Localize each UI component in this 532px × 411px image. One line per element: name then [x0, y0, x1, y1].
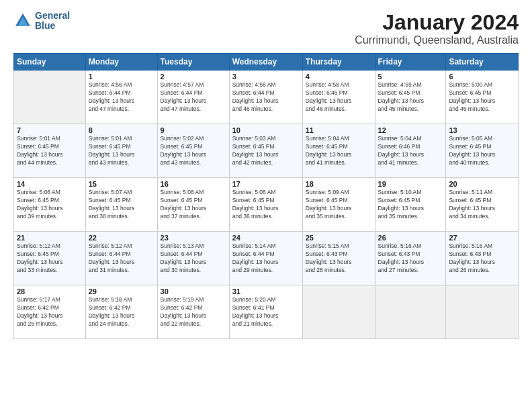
- day-number: 20: [449, 180, 515, 188]
- day-info: Sunrise: 5:14 AMSunset: 6:44 PMDaylight:…: [232, 242, 300, 275]
- weekday-header-wednesday: Wednesday: [229, 54, 302, 71]
- day-info: Sunrise: 5:04 AMSunset: 6:46 PMDaylight:…: [378, 135, 443, 167]
- calendar-table: SundayMondayTuesdayWednesdayThursdayFrid…: [13, 53, 519, 339]
- calendar-cell: 26Sunrise: 5:16 AMSunset: 6:43 PMDayligh…: [375, 232, 446, 285]
- day-number: 19: [378, 180, 443, 188]
- day-number: 31: [232, 287, 300, 295]
- day-number: 23: [161, 234, 226, 242]
- day-info: Sunrise: 5:16 AMSunset: 6:43 PMDaylight:…: [378, 242, 443, 275]
- calendar-cell: 6Sunrise: 5:00 AMSunset: 6:45 PMDaylight…: [446, 71, 519, 124]
- week-row-4: 21Sunrise: 5:12 AMSunset: 6:45 PMDayligh…: [14, 232, 519, 285]
- day-info: Sunrise: 5:16 AMSunset: 6:43 PMDaylight:…: [449, 242, 515, 275]
- day-info: Sunrise: 5:20 AMSunset: 6:41 PMDaylight:…: [232, 296, 300, 328]
- header: General Blue January 2024 Currimundi, Qu…: [13, 11, 519, 46]
- day-number: 10: [232, 126, 300, 134]
- day-number: 8: [89, 126, 154, 134]
- day-number: 6: [449, 73, 515, 81]
- day-info: Sunrise: 5:18 AMSunset: 6:42 PMDaylight:…: [89, 296, 154, 328]
- day-number: 15: [89, 180, 154, 188]
- weekday-header-thursday: Thursday: [302, 54, 375, 71]
- calendar-cell: 30Sunrise: 5:19 AMSunset: 6:42 PMDayligh…: [157, 285, 229, 339]
- day-info: Sunrise: 5:00 AMSunset: 6:45 PMDaylight:…: [449, 81, 515, 113]
- calendar-cell: 25Sunrise: 5:15 AMSunset: 6:43 PMDayligh…: [302, 232, 375, 285]
- day-number: 1: [89, 73, 154, 81]
- calendar-cell: 7Sunrise: 5:01 AMSunset: 6:45 PMDaylight…: [14, 124, 86, 178]
- calendar-cell: 2Sunrise: 4:57 AMSunset: 6:44 PMDaylight…: [157, 71, 229, 124]
- calendar-cell: 19Sunrise: 5:10 AMSunset: 6:45 PMDayligh…: [375, 178, 446, 232]
- day-number: 9: [161, 126, 226, 134]
- day-info: Sunrise: 5:12 AMSunset: 6:45 PMDaylight:…: [17, 242, 83, 275]
- day-info: Sunrise: 5:08 AMSunset: 6:45 PMDaylight:…: [161, 189, 226, 221]
- day-number: 5: [378, 73, 443, 81]
- calendar-cell: 9Sunrise: 5:02 AMSunset: 6:45 PMDaylight…: [157, 124, 229, 178]
- day-info: Sunrise: 4:57 AMSunset: 6:44 PMDaylight:…: [161, 81, 226, 113]
- logo-text: General Blue: [35, 11, 70, 32]
- week-row-2: 7Sunrise: 5:01 AMSunset: 6:45 PMDaylight…: [14, 124, 519, 178]
- day-info: Sunrise: 5:06 AMSunset: 6:45 PMDaylight:…: [17, 189, 83, 221]
- weekday-header-saturday: Saturday: [446, 54, 519, 71]
- day-info: Sunrise: 5:10 AMSunset: 6:45 PMDaylight:…: [378, 189, 443, 221]
- day-number: 27: [449, 234, 515, 242]
- calendar-cell: 27Sunrise: 5:16 AMSunset: 6:43 PMDayligh…: [446, 232, 519, 285]
- day-info: Sunrise: 4:56 AMSunset: 6:44 PMDaylight:…: [89, 81, 154, 113]
- week-row-3: 14Sunrise: 5:06 AMSunset: 6:45 PMDayligh…: [14, 178, 519, 232]
- day-number: 25: [306, 234, 372, 242]
- day-info: Sunrise: 5:11 AMSunset: 6:45 PMDaylight:…: [449, 189, 515, 221]
- calendar-cell: 3Sunrise: 4:58 AMSunset: 6:44 PMDaylight…: [229, 71, 302, 124]
- day-number: 14: [17, 180, 83, 188]
- day-info: Sunrise: 5:09 AMSunset: 6:45 PMDaylight:…: [306, 189, 372, 221]
- calendar-cell: 15Sunrise: 5:07 AMSunset: 6:45 PMDayligh…: [85, 178, 157, 232]
- calendar-cell: 14Sunrise: 5:06 AMSunset: 6:45 PMDayligh…: [14, 178, 86, 232]
- calendar-cell: 13Sunrise: 5:05 AMSunset: 6:45 PMDayligh…: [446, 124, 519, 178]
- day-info: Sunrise: 5:07 AMSunset: 6:45 PMDaylight:…: [89, 189, 154, 221]
- day-info: Sunrise: 5:03 AMSunset: 6:45 PMDaylight:…: [232, 135, 300, 167]
- calendar-cell: 10Sunrise: 5:03 AMSunset: 6:45 PMDayligh…: [229, 124, 302, 178]
- calendar-cell: 16Sunrise: 5:08 AMSunset: 6:45 PMDayligh…: [157, 178, 229, 232]
- calendar-cell: [446, 285, 519, 339]
- day-number: 4: [306, 73, 372, 81]
- day-number: 24: [232, 234, 300, 242]
- logo: General Blue: [13, 11, 70, 32]
- page-container: General Blue January 2024 Currimundi, Qu…: [0, 0, 532, 346]
- calendar-cell: 20Sunrise: 5:11 AMSunset: 6:45 PMDayligh…: [446, 178, 519, 232]
- day-number: 13: [449, 126, 515, 134]
- day-info: Sunrise: 5:17 AMSunset: 6:42 PMDaylight:…: [17, 296, 83, 328]
- sub-title: Currimundi, Queensland, Australia: [355, 34, 519, 46]
- day-number: 16: [161, 180, 226, 188]
- weekday-header-row: SundayMondayTuesdayWednesdayThursdayFrid…: [14, 54, 519, 71]
- day-number: 3: [232, 73, 300, 81]
- calendar-cell: 5Sunrise: 4:59 AMSunset: 6:45 PMDaylight…: [375, 71, 446, 124]
- day-info: Sunrise: 5:19 AMSunset: 6:42 PMDaylight:…: [161, 296, 226, 328]
- day-number: 30: [161, 287, 226, 295]
- calendar-cell: 1Sunrise: 4:56 AMSunset: 6:44 PMDaylight…: [85, 71, 157, 124]
- day-info: Sunrise: 5:01 AMSunset: 6:45 PMDaylight:…: [89, 135, 154, 167]
- title-block: January 2024 Currimundi, Queensland, Aus…: [355, 11, 519, 46]
- weekday-header-monday: Monday: [85, 54, 157, 71]
- day-number: 22: [89, 234, 154, 242]
- day-info: Sunrise: 4:58 AMSunset: 6:45 PMDaylight:…: [306, 81, 372, 113]
- day-info: Sunrise: 5:04 AMSunset: 6:45 PMDaylight:…: [306, 135, 372, 167]
- calendar-cell: 28Sunrise: 5:17 AMSunset: 6:42 PMDayligh…: [14, 285, 86, 339]
- calendar-cell: 4Sunrise: 4:58 AMSunset: 6:45 PMDaylight…: [302, 71, 375, 124]
- calendar-cell: 12Sunrise: 5:04 AMSunset: 6:46 PMDayligh…: [375, 124, 446, 178]
- day-info: Sunrise: 5:13 AMSunset: 6:44 PMDaylight:…: [161, 242, 226, 275]
- day-info: Sunrise: 4:58 AMSunset: 6:44 PMDaylight:…: [232, 81, 300, 113]
- week-row-1: 1Sunrise: 4:56 AMSunset: 6:44 PMDaylight…: [14, 71, 519, 124]
- day-info: Sunrise: 4:59 AMSunset: 6:45 PMDaylight:…: [378, 81, 443, 113]
- main-title: January 2024: [355, 11, 519, 34]
- calendar-cell: [302, 285, 375, 339]
- calendar-cell: 21Sunrise: 5:12 AMSunset: 6:45 PMDayligh…: [14, 232, 86, 285]
- weekday-header-friday: Friday: [375, 54, 446, 71]
- day-number: 28: [17, 287, 83, 295]
- day-info: Sunrise: 5:02 AMSunset: 6:45 PMDaylight:…: [161, 135, 226, 167]
- calendar-cell: 11Sunrise: 5:04 AMSunset: 6:45 PMDayligh…: [302, 124, 375, 178]
- logo-icon: [13, 11, 32, 30]
- day-number: 7: [17, 126, 83, 134]
- day-number: 2: [161, 73, 226, 81]
- day-number: 12: [378, 126, 443, 134]
- calendar-cell: 18Sunrise: 5:09 AMSunset: 6:45 PMDayligh…: [302, 178, 375, 232]
- calendar-cell: [14, 71, 86, 124]
- week-row-5: 28Sunrise: 5:17 AMSunset: 6:42 PMDayligh…: [14, 285, 519, 339]
- day-number: 26: [378, 234, 443, 242]
- day-number: 21: [17, 234, 83, 242]
